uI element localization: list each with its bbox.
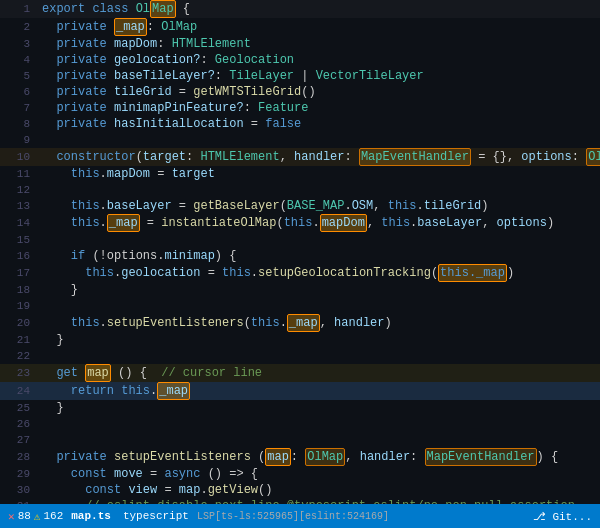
code-line: 5 private baseTileLayer?: TileLayer | Ve… — [0, 68, 600, 84]
lsp-status: LSP[ts-ls:525965][eslint:524169] — [197, 511, 389, 522]
code-line: 30 const view = map.getView() — [0, 482, 600, 498]
code-editor[interactable]: 1export class OlMap {2 private _map: OlM… — [0, 0, 600, 504]
code-line: 23 get map () { // cursor line — [0, 364, 600, 382]
git-icon: ⎇ — [533, 511, 546, 523]
code-line: 21 } — [0, 332, 600, 348]
code-line: 19 — [0, 298, 600, 314]
code-line: 8 private hasInitialLocation = false — [0, 116, 600, 132]
code-line: 9 — [0, 132, 600, 148]
code-line: 13 this.baseLayer = getBaseLayer(BASE_MA… — [0, 198, 600, 214]
code-line: 26 — [0, 416, 600, 432]
code-line: 28 private setupEventListeners (map: OlM… — [0, 448, 600, 466]
code-line: 24 return this._map — [0, 382, 600, 400]
code-line: 25 } — [0, 400, 600, 416]
git-status[interactable]: ⎇ Git... — [533, 510, 592, 523]
status-bar: ✕ 88 ⚠ 162 map.ts typescript LSP[ts-ls:5… — [0, 504, 600, 528]
language-status[interactable]: typescript — [123, 510, 189, 522]
code-line: 20 this.setupEventListeners(this._map, h… — [0, 314, 600, 332]
code-line: 12 — [0, 182, 600, 198]
code-line: 14 this._map = instantiateOlMap(this.map… — [0, 214, 600, 232]
code-line: 6 private tileGrid = getWMTSTileGrid() — [0, 84, 600, 100]
warning-count: 162 — [43, 510, 63, 522]
code-line: 11 this.mapDom = target — [0, 166, 600, 182]
code-line: 2 private _map: OlMap — [0, 18, 600, 36]
code-line: 17 this.geolocation = this.setupGeolocat… — [0, 264, 600, 282]
code-lines: 1export class OlMap {2 private _map: OlM… — [0, 0, 600, 504]
code-line: 29 const move = async () => { — [0, 466, 600, 482]
filename-status: map.ts — [71, 510, 111, 522]
code-line: 4 private geolocation?: Geolocation — [0, 52, 600, 68]
code-line: 22 — [0, 348, 600, 364]
code-line: 27 — [0, 432, 600, 448]
code-line: 31 // eslint-disable-next-line @typescri… — [0, 498, 600, 504]
code-line: 15 — [0, 232, 600, 248]
code-line: 3 private mapDom: HTMLElement — [0, 36, 600, 52]
code-line: 18 } — [0, 282, 600, 298]
code-line: 16 if (!options.minimap) { — [0, 248, 600, 264]
error-indicator[interactable]: ✕ 88 ⚠ 162 — [8, 510, 63, 523]
code-line: 10 constructor(target: HTMLElement, hand… — [0, 148, 600, 166]
error-count: 88 — [18, 510, 31, 522]
code-line: 1export class OlMap { — [0, 0, 600, 18]
code-line: 7 private minimapPinFeature?: Feature — [0, 100, 600, 116]
